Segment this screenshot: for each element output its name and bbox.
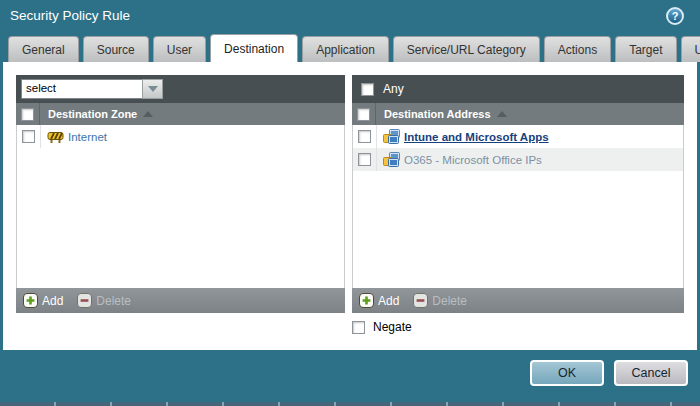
zone-select-arrow-button[interactable]	[142, 79, 163, 99]
address-row-label[interactable]: O365 - Microsoft Office IPs	[404, 154, 542, 166]
destination-address-panel: Any Destination Address	[352, 75, 684, 313]
zone-row-label[interactable]: Internet	[68, 131, 107, 143]
tab-general[interactable]: General	[8, 36, 79, 62]
minus-icon	[413, 293, 428, 308]
zone-panel-footer: Add Delete	[16, 288, 345, 313]
zone-icon	[47, 130, 64, 144]
tab-destination[interactable]: Destination	[210, 34, 298, 62]
any-label: Any	[383, 82, 404, 96]
address-panel-toolbar: Any	[352, 75, 684, 103]
dialog-title: Security Policy Rule	[10, 8, 130, 23]
address-group-icon	[383, 129, 400, 144]
destination-zone-column-header[interactable]: Destination Zone	[16, 103, 345, 125]
column-header-label: Destination Zone	[48, 108, 137, 120]
negate-row: Negate	[352, 320, 412, 334]
ok-button[interactable]: OK	[530, 360, 604, 386]
zone-delete-button[interactable]: Delete	[77, 293, 131, 308]
help-icon[interactable]: ?	[666, 7, 684, 25]
tab-source[interactable]: Source	[83, 36, 149, 62]
dialog-footer: OK Cancel	[0, 350, 700, 396]
address-panel-footer: Add Delete	[352, 288, 684, 313]
address-row-intune[interactable]: Intune and Microsoft Apps	[353, 125, 683, 148]
negate-label: Negate	[373, 320, 412, 334]
address-row-label[interactable]: Intune and Microsoft Apps	[404, 131, 549, 143]
title-bar: Security Policy Rule ?	[0, 0, 700, 32]
plus-icon	[23, 293, 38, 308]
zone-panel-toolbar: select	[16, 75, 345, 103]
address-delete-button[interactable]: Delete	[413, 293, 467, 308]
minus-icon	[77, 293, 92, 308]
tab-user[interactable]: User	[153, 36, 206, 62]
address-group-icon	[383, 152, 400, 167]
sort-ascending-icon	[497, 111, 507, 117]
address-row-checkbox[interactable]	[358, 130, 371, 143]
address-list: Intune and Microsoft Apps O365 - Micro	[352, 125, 684, 288]
tab-usage[interactable]: Usage	[681, 36, 700, 62]
tab-bar: General Source User Destination Applicat…	[8, 34, 692, 62]
zone-select-all-checkbox[interactable]	[21, 108, 34, 121]
any-checkbox[interactable]	[361, 83, 374, 96]
destination-address-column-header[interactable]: Destination Address	[352, 103, 684, 125]
tab-target[interactable]: Target	[615, 36, 676, 62]
chevron-down-icon	[148, 86, 158, 92]
destination-zone-panel: select Destination Zone	[16, 75, 345, 313]
sort-ascending-icon	[143, 111, 153, 117]
tab-actions[interactable]: Actions	[544, 36, 611, 62]
zone-row-checkbox[interactable]	[22, 130, 35, 143]
address-row-checkbox[interactable]	[358, 153, 371, 166]
zone-select-dropdown[interactable]: select	[21, 79, 163, 99]
tab-application[interactable]: Application	[302, 36, 389, 62]
negate-checkbox[interactable]	[352, 321, 365, 334]
address-select-all-checkbox[interactable]	[357, 108, 370, 121]
address-add-button[interactable]: Add	[359, 293, 399, 308]
zone-row-internet[interactable]: Internet	[17, 125, 344, 148]
destination-tab-content: select Destination Zone	[3, 62, 697, 350]
plus-icon	[359, 293, 374, 308]
zone-select-value[interactable]: select	[21, 79, 142, 99]
security-policy-rule-dialog: Security Policy Rule ? General Source Us…	[0, 0, 700, 406]
cancel-button[interactable]: Cancel	[614, 360, 688, 386]
column-header-label: Destination Address	[384, 108, 491, 120]
zone-add-button[interactable]: Add	[23, 293, 63, 308]
zone-list: Internet	[16, 125, 345, 288]
address-row-o365[interactable]: O365 - Microsoft Office IPs	[353, 148, 683, 171]
tab-service-url-category[interactable]: Service/URL Category	[393, 36, 540, 62]
background-page-edge	[0, 396, 700, 406]
